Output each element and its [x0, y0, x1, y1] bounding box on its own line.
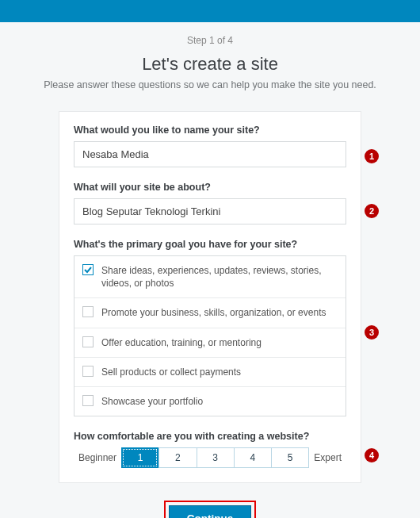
goal-option-label: Share ideas, experiences, updates, revie…: [101, 264, 338, 290]
comfort-level-button[interactable]: 1: [121, 447, 158, 468]
comfort-level-button[interactable]: 2: [158, 447, 196, 468]
comfort-level-button[interactable]: 4: [234, 447, 271, 468]
site-name-section: What would you like to name your site?: [74, 125, 346, 167]
goal-option[interactable]: Offer education, training, or mentoring: [74, 328, 346, 358]
goal-option-label: Offer education, training, or mentoring: [101, 336, 262, 349]
continue-button[interactable]: Continue: [169, 505, 252, 518]
goal-options: Share ideas, experiences, updates, revie…: [74, 255, 346, 416]
site-about-label: What will your site be about?: [74, 182, 346, 193]
comfort-min-label: Beginner: [74, 452, 121, 463]
goal-option-label: Promote your business, skills, organizat…: [101, 306, 326, 319]
goal-option[interactable]: Promote your business, skills, organizat…: [74, 298, 346, 328]
site-name-input[interactable]: [74, 141, 346, 167]
step-indicator: Step 1 of 4: [0, 35, 420, 46]
annotation-badge-3: 3: [365, 325, 379, 340]
page-title: Let's create a site: [0, 54, 420, 75]
comfort-label: How comfortable are you with creating a …: [74, 431, 346, 442]
goal-option-label: Sell products or collect payments: [101, 366, 241, 378]
comfort-max-label: Expert: [309, 452, 346, 463]
checkbox-icon: [82, 395, 94, 406]
checkbox-icon: [82, 366, 94, 377]
goal-option[interactable]: Sell products or collect payments: [74, 358, 346, 387]
site-name-label: What would you like to name your site?: [74, 125, 346, 136]
top-bar: [0, 0, 420, 22]
checkbox-icon: [82, 264, 94, 275]
comfort-scale: 12345: [121, 447, 309, 468]
site-about-section: What will your site be about?: [74, 182, 346, 224]
site-goal-label: What's the primary goal you have for you…: [74, 239, 346, 250]
continue-highlight: Continue: [164, 501, 257, 518]
goal-option[interactable]: Share ideas, experiences, updates, revie…: [74, 256, 346, 298]
site-about-input[interactable]: [74, 198, 346, 224]
comfort-level-button[interactable]: 5: [271, 447, 309, 468]
form-card: What would you like to name your site? W…: [59, 111, 361, 483]
goal-option[interactable]: Showcase your portfolio: [74, 387, 346, 416]
page-subtitle: Please answer these questions so we can …: [0, 79, 420, 90]
comfort-level-button[interactable]: 3: [197, 447, 234, 468]
goal-option-label: Showcase your portfolio: [101, 395, 203, 408]
site-goal-section: What's the primary goal you have for you…: [74, 239, 346, 416]
checkbox-icon: [82, 336, 94, 347]
checkbox-icon: [82, 306, 94, 317]
annotation-badge-2: 2: [365, 204, 379, 218]
annotation-badge-1: 1: [365, 149, 379, 163]
comfort-section: How comfortable are you with creating a …: [74, 431, 346, 468]
annotation-badge-4: 4: [365, 448, 379, 462]
